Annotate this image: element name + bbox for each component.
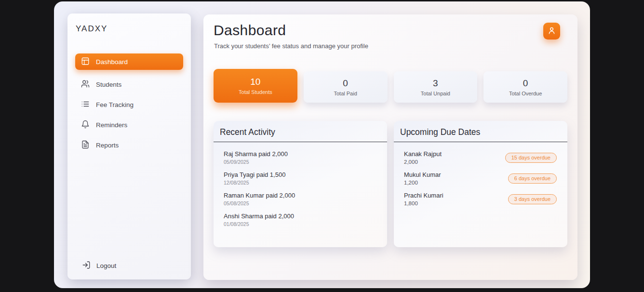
sidebar-item-label: Fee Tracking xyxy=(96,101,134,108)
stat-value: 10 xyxy=(250,77,260,87)
sidebar-item-label: Students xyxy=(96,81,121,88)
stat-label: Total Paid xyxy=(334,91,357,96)
sidebar-item-label: Dashboard xyxy=(96,58,128,66)
due-name: Mukul Kumar xyxy=(404,171,441,178)
overdue-badge: 15 days overdue xyxy=(505,153,557,163)
profile-button[interactable] xyxy=(543,23,560,40)
reports-icon xyxy=(81,140,90,150)
activity-item: Raj Sharma paid 2,000 05/09/2025 xyxy=(224,150,376,165)
sidebar-item-students[interactable]: Students xyxy=(75,74,183,94)
sidebar-item-reports[interactable]: Reports xyxy=(75,135,183,155)
activity-text: Priya Tyagi paid 1,500 xyxy=(224,171,376,178)
stat-card-total-overdue[interactable]: 0 Total Overdue xyxy=(483,71,567,103)
stat-label: Total Overdue xyxy=(509,91,542,96)
activity-text: Raj Sharma paid 2,000 xyxy=(224,150,376,158)
logout-button[interactable]: Logout xyxy=(82,261,116,271)
stat-value: 0 xyxy=(523,78,528,89)
due-student: Prachi Kumari 1,800 xyxy=(404,192,443,206)
due-item: Mukul Kumar 1,200 6 days overdue xyxy=(404,171,557,186)
due-dates-title: Upcoming Due Dates xyxy=(394,121,567,142)
activity-text: Anshi Sharma paid 2,000 xyxy=(224,212,376,220)
activity-text: Raman Kumar paid 2,000 xyxy=(224,192,376,199)
sidebar-nav: Dashboard Students Fee Tracking Reminder… xyxy=(67,53,191,155)
sidebar: YADXY Dashboard Students Fee Tracking xyxy=(67,13,191,279)
activity-item: Priya Tyagi paid 1,500 12/08/2025 xyxy=(224,171,376,186)
recent-activity-list: Raj Sharma paid 2,000 05/09/2025 Priya T… xyxy=(214,142,387,227)
fee-tracking-icon xyxy=(81,100,90,110)
overdue-badge: 3 days overdue xyxy=(508,194,557,204)
due-amount: 1,800 xyxy=(404,200,443,206)
due-name: Prachi Kumari xyxy=(404,192,443,199)
stat-value: 3 xyxy=(433,78,438,89)
due-dates-panel: Upcoming Due Dates Kanak Rajput 2,000 15… xyxy=(394,121,567,247)
recent-activity-panel: Recent Activity Raj Sharma paid 2,000 05… xyxy=(214,121,387,247)
user-icon xyxy=(547,26,556,37)
activity-item: Anshi Sharma paid 2,000 01/08/2025 xyxy=(224,212,376,227)
stat-label: Total Unpaid xyxy=(421,91,450,96)
due-amount: 2,000 xyxy=(404,159,442,165)
activity-date: 05/09/2025 xyxy=(224,159,376,165)
due-student: Mukul Kumar 1,200 xyxy=(404,171,441,186)
dashboard-icon xyxy=(81,57,90,67)
sidebar-item-label: Reminders xyxy=(96,121,127,129)
stat-card-total-students[interactable]: 10 Total Students xyxy=(214,69,297,103)
students-icon xyxy=(81,80,90,90)
page-subtitle: Track your students’ fee status and mana… xyxy=(214,42,368,50)
due-item: Prachi Kumari 1,800 3 days overdue xyxy=(404,192,557,206)
page-title: Dashboard xyxy=(214,22,286,39)
activity-date: 01/08/2025 xyxy=(224,221,376,227)
main-content: Dashboard Track your students’ fee statu… xyxy=(203,14,577,280)
sidebar-item-dashboard[interactable]: Dashboard xyxy=(75,53,183,70)
due-item: Kanak Rajput 2,000 15 days overdue xyxy=(404,150,557,165)
due-amount: 1,200 xyxy=(404,180,441,186)
reminders-icon xyxy=(81,120,90,130)
stat-card-total-paid[interactable]: 0 Total Paid xyxy=(304,71,388,103)
app-window: YADXY Dashboard Students Fee Tracking xyxy=(54,1,590,288)
sidebar-item-reminders[interactable]: Reminders xyxy=(75,115,183,135)
due-dates-list: Kanak Rajput 2,000 15 days overdue Mukul… xyxy=(394,142,567,206)
stat-value: 0 xyxy=(343,78,348,89)
panels-row: Recent Activity Raj Sharma paid 2,000 05… xyxy=(214,121,567,247)
stat-card-total-unpaid[interactable]: 3 Total Unpaid xyxy=(394,71,478,103)
brand-logo: YADXY xyxy=(76,24,107,34)
due-name: Kanak Rajput xyxy=(404,150,442,158)
logout-icon xyxy=(82,261,91,271)
activity-date: 05/08/2025 xyxy=(224,200,376,206)
sidebar-item-label: Reports xyxy=(96,142,119,149)
overdue-badge: 6 days overdue xyxy=(508,173,557,184)
logout-label: Logout xyxy=(96,262,116,269)
stat-label: Total Students xyxy=(239,89,272,95)
sidebar-item-fee-tracking[interactable]: Fee Tracking xyxy=(75,94,183,115)
stats-row: 10 Total Students 0 Total Paid 3 Total U… xyxy=(214,69,567,103)
recent-activity-title: Recent Activity xyxy=(214,121,387,142)
activity-date: 12/08/2025 xyxy=(224,180,376,186)
activity-item: Raman Kumar paid 2,000 05/08/2025 xyxy=(224,192,376,206)
due-student: Kanak Rajput 2,000 xyxy=(404,150,442,165)
